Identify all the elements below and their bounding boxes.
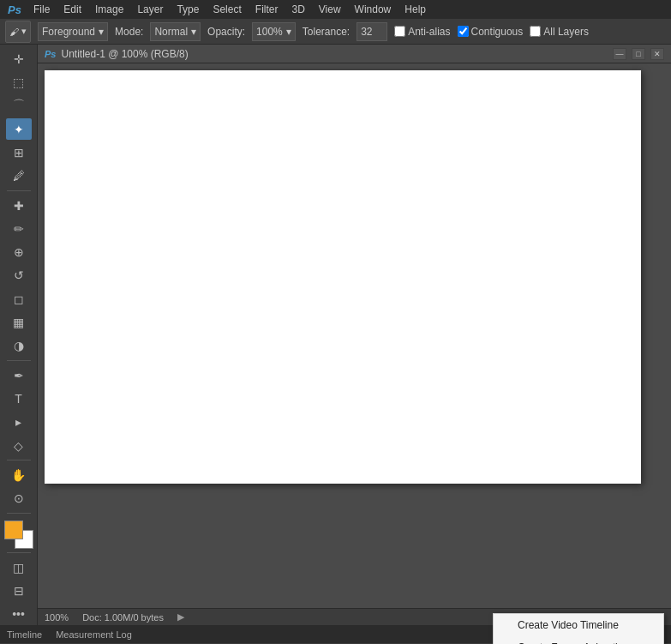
tolerance-label: Tolerance: xyxy=(303,26,350,38)
menu-view[interactable]: View xyxy=(313,2,347,17)
opacity-dropdown[interactable]: 100% ▾ xyxy=(252,22,296,41)
chevron-down-icon: ▾ xyxy=(286,26,291,38)
contiguous-checkbox[interactable] xyxy=(458,26,469,37)
main-area: ✛ ⬚ ⌒ ✦ ⊞ 🖉 ✚ ✏ ⊕ ↺ ◻ ▦ ◑ ✒ T ▸ ◇ ✋ ⊙ ◫ … xyxy=(0,45,671,625)
white-canvas[interactable] xyxy=(45,70,641,484)
color-swatches[interactable] xyxy=(4,521,33,549)
all-layers-label: All Layers xyxy=(543,26,589,38)
maximize-btn[interactable]: □ xyxy=(632,48,645,60)
menu-type[interactable]: Type xyxy=(171,2,205,17)
eraser-tool[interactable]: ◻ xyxy=(6,288,32,310)
anti-alias-group: Anti-alias xyxy=(394,26,450,38)
menu-image[interactable]: Image xyxy=(89,2,129,17)
lasso-tool[interactable]: ⌒ xyxy=(6,95,32,117)
anti-alias-checkbox[interactable] xyxy=(394,26,405,37)
document-tab: Ps Untitled-1 @ 100% (RGB/8) — □ ✕ xyxy=(38,45,671,63)
history-brush-tool[interactable]: ↺ xyxy=(6,265,32,286)
tolerance-input[interactable] xyxy=(356,22,387,41)
foreground-color-swatch[interactable] xyxy=(4,521,23,539)
ps-logo: Ps xyxy=(3,0,26,19)
timeline-panel: Timeline Measurement Log |◀ ◀ ▶ ▶| ⚙ ✂ □… xyxy=(0,625,671,644)
mode-label: Mode: xyxy=(115,26,143,38)
brush-tool[interactable]: ✏ xyxy=(6,218,32,239)
menu-layer[interactable]: Layer xyxy=(131,2,169,17)
close-btn[interactable]: ✕ xyxy=(650,48,664,60)
animation-dropdown: Create Video Timeline Create Frame Anima… xyxy=(493,613,664,645)
menu-window[interactable]: Window xyxy=(349,2,398,17)
move-tool[interactable]: ✛ xyxy=(6,48,32,69)
dodge-tool[interactable]: ◑ xyxy=(6,335,32,357)
hand-tool[interactable]: ✋ xyxy=(6,464,32,485)
toolbar-separator-4 xyxy=(7,513,31,514)
canvas-area: Ps Untitled-1 @ 100% (RGB/8) — □ ✕ 100% … xyxy=(38,45,671,625)
toolbar: ✛ ⬚ ⌒ ✦ ⊞ 🖉 ✚ ✏ ⊕ ↺ ◻ ▦ ◑ ✒ T ▸ ◇ ✋ ⊙ ◫ … xyxy=(0,45,38,625)
options-bar: 🖌 ▾ Foreground ▾ Mode: Normal ▾ Opacity:… xyxy=(0,19,671,45)
tab-controls: — □ ✕ xyxy=(613,48,664,60)
menu-filter[interactable]: Filter xyxy=(249,2,285,17)
menu-file[interactable]: File xyxy=(27,2,56,17)
eyedropper-tool[interactable]: 🖉 xyxy=(6,166,32,187)
pen-tool[interactable]: ✒ xyxy=(6,364,32,386)
toolbar-separator-3 xyxy=(7,460,31,460)
chevron-down-icon: ▾ xyxy=(191,26,196,38)
brush-preset-icon: 🖌 xyxy=(9,27,19,37)
document-title: Untitled-1 @ 100% (RGB/8) xyxy=(61,48,188,60)
menu-edit[interactable]: Edit xyxy=(57,2,87,17)
quick-mask-btn[interactable]: ◫ xyxy=(6,557,32,578)
measurement-log-tab[interactable]: Measurement Log xyxy=(56,629,132,640)
foreground-dropdown[interactable]: Foreground ▾ xyxy=(38,22,108,41)
shape-tool[interactable]: ◇ xyxy=(6,435,32,456)
chevron-down-icon: ▾ xyxy=(99,26,104,38)
chevron-down-icon: ▾ xyxy=(21,26,27,37)
zoom-tool[interactable]: ⊙ xyxy=(6,488,32,509)
all-layers-group: All Layers xyxy=(530,26,589,38)
create-video-timeline-item[interactable]: Create Video Timeline xyxy=(494,614,663,636)
menu-3d[interactable]: 3D xyxy=(285,2,310,17)
minimize-btn[interactable]: — xyxy=(613,48,626,60)
menu-bar: Ps File Edit Image Layer Type Select Fil… xyxy=(0,0,671,19)
spot-heal-tool[interactable]: ✚ xyxy=(6,195,32,216)
timeline-tab[interactable]: Timeline xyxy=(7,629,42,640)
type-tool[interactable]: T xyxy=(6,388,32,409)
rect-marquee-tool[interactable]: ⬚ xyxy=(6,71,32,93)
status-arrow[interactable]: ▶ xyxy=(177,611,184,623)
crop-tool[interactable]: ⊞ xyxy=(6,141,32,163)
more-tools-btn[interactable]: ••• xyxy=(6,604,32,625)
toolbar-separator-5 xyxy=(7,552,31,553)
tool-preset-picker[interactable]: 🖌 ▾ xyxy=(5,21,31,43)
create-frame-animation-item[interactable]: Create Frame Animation xyxy=(494,636,663,645)
contiguous-group: Contiguous xyxy=(458,26,524,38)
anti-alias-label: Anti-alias xyxy=(408,26,450,38)
gradient-tool[interactable]: ▦ xyxy=(6,311,32,333)
contiguous-label: Contiguous xyxy=(471,26,524,38)
toolbar-separator-2 xyxy=(7,360,31,361)
magic-wand-tool[interactable]: ✦ xyxy=(6,118,32,140)
doc-info: Doc: 1.00M/0 bytes xyxy=(82,612,164,623)
screen-mode-btn[interactable]: ⊟ xyxy=(6,580,32,601)
path-select-tool[interactable]: ▸ xyxy=(6,412,32,433)
ps-tab-icon: Ps xyxy=(45,49,56,59)
menu-select[interactable]: Select xyxy=(207,2,247,17)
toolbar-separator-1 xyxy=(7,190,31,191)
mode-dropdown[interactable]: Normal ▾ xyxy=(150,22,201,41)
zoom-level: 100% xyxy=(45,612,69,623)
menu-help[interactable]: Help xyxy=(398,2,432,17)
canvas-viewport[interactable] xyxy=(38,63,671,608)
opacity-label: Opacity: xyxy=(207,26,245,38)
clone-stamp-tool[interactable]: ⊕ xyxy=(6,241,32,262)
all-layers-checkbox[interactable] xyxy=(530,26,541,37)
